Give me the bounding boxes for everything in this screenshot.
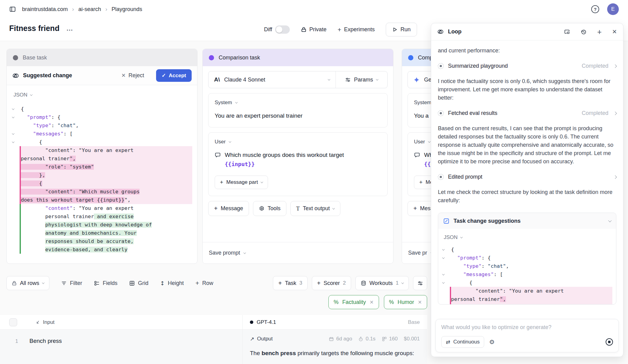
tool-call-label: Fetched eval results [448, 110, 497, 116]
user-role-select[interactable]: User [215, 139, 381, 145]
tool-call-label: Summarized playground [448, 63, 508, 69]
continuous-mode-button[interactable]: ⇄ Continuous [441, 336, 484, 348]
task-dot-gray [13, 55, 18, 60]
row-cost: $0.001 [404, 336, 420, 342]
add-scorer-button[interactable]: +Scorer2 [312, 276, 351, 290]
tool-call-row[interactable]: Fetched eval resultsCompleted [438, 110, 616, 116]
json-editor[interactable]: JSON { "prompt": { "type": "chat", "mess… [7, 85, 197, 254]
code-line: responses should be accurate, [10, 237, 192, 245]
code-line: "content": "You are an expert [10, 146, 192, 154]
chevron-down-icon [428, 140, 431, 142]
save-prompt-button[interactable]: Save prompt [203, 242, 393, 264]
task-dot-blue [408, 55, 413, 60]
filter-button[interactable]: Filter [61, 280, 82, 286]
remove-scorer-icon[interactable]: ✕ [418, 299, 422, 305]
cycle-icon: ⇄ [446, 339, 450, 345]
code-line: "messages": [ [440, 270, 612, 279]
stop-button[interactable] [606, 338, 613, 346]
diff-added-bar [20, 221, 21, 229]
grid-view-button[interactable]: Grid [129, 280, 148, 286]
add-message-button[interactable]: +Message [208, 201, 249, 216]
breadcrumb-item[interactable]: braintrustdata.com [22, 6, 68, 13]
experiments-button[interactable]: + Experiments [338, 26, 375, 33]
params-button[interactable]: Params [336, 71, 387, 88]
text-output-icon: T [296, 205, 300, 212]
plus-icon: + [195, 279, 199, 287]
history-icon[interactable] [580, 29, 587, 35]
select-all-checkbox[interactable] [9, 318, 17, 326]
page-title: Fitness friend [9, 24, 59, 33]
all-rows-filter[interactable]: All rows [6, 276, 49, 290]
add-task-button[interactable]: +Task3 [273, 276, 307, 290]
fold-chevron-icon[interactable] [12, 116, 14, 118]
tools-button[interactable]: Tools [253, 201, 286, 216]
new-chat-icon[interactable]: + [597, 29, 602, 35]
chevron-down-icon [401, 281, 404, 284]
fold-chevron-icon[interactable] [442, 273, 445, 275]
edit-task-icon [443, 218, 450, 224]
remove-scorer-icon[interactable]: ✕ [370, 299, 373, 305]
diff-switch[interactable] [275, 25, 290, 34]
message-part-button[interactable]: +Message part [215, 176, 268, 189]
breadcrumb-item[interactable]: ai-search [78, 6, 101, 13]
language-select[interactable]: JSON [440, 233, 612, 241]
scorer-pill[interactable]: %Factuality✕ [328, 295, 379, 309]
model-column-header[interactable]: GPT-4.1 [250, 319, 276, 325]
gear-icon[interactable]: ⚙ [489, 338, 495, 346]
language-select[interactable]: JSON [10, 90, 192, 98]
help-icon[interactable]: ? [591, 5, 599, 13]
plus-icon: + [338, 26, 341, 33]
diff-added-bar [20, 212, 21, 221]
avatar[interactable]: E [607, 3, 619, 15]
message-bubble-icon [414, 152, 420, 158]
close-icon[interactable]: ✕ [612, 28, 617, 35]
title-menu-icon[interactable]: … [66, 25, 74, 32]
tool-call-row[interactable]: Edited prompt [438, 174, 616, 180]
lock-icon [301, 27, 307, 32]
chevron-down-icon [460, 236, 463, 238]
user-message-text[interactable]: Which muscle groups does this workout ta… [225, 150, 344, 169]
accept-button[interactable]: ✓Accept [156, 69, 192, 82]
model-select[interactable]: A\ Claude 4 Sonnet [209, 71, 336, 88]
scorer-pill[interactable]: %Humor✕ [384, 295, 427, 309]
sidebar-toggle-icon[interactable] [9, 6, 16, 13]
row-height-button[interactable]: ↕ Height [160, 280, 184, 286]
fields-button[interactable]: Fields [94, 280, 117, 286]
fold-chevron-icon[interactable] [442, 248, 445, 250]
task-change-suggestions-card[interactable]: Task change suggestions JSON { "prompt":… [438, 213, 616, 305]
anthropic-logo-icon: A\ [214, 76, 220, 83]
dataset-select[interactable]: Workouts 1 [355, 276, 409, 290]
output-link[interactable]: ↗ Output [250, 336, 273, 342]
tool-call-row[interactable]: Summarized playgroundCompleted [438, 63, 616, 69]
loop-input[interactable] [441, 324, 613, 331]
table-row[interactable]: 1 Bench press ↗ Output 6d ago [0, 330, 427, 364]
loop-logo-icon [437, 28, 444, 35]
fold-chevron-icon[interactable] [442, 256, 445, 259]
percent-icon: % [389, 299, 394, 305]
suggestions-card-header[interactable]: Task change suggestions [438, 213, 616, 229]
breadcrumb-item[interactable]: Playgrounds [112, 6, 142, 13]
fold-chevron-icon[interactable] [12, 132, 14, 135]
user-message-card[interactable]: User Which muscle groups does this worko… [208, 132, 388, 196]
code-line: "content": "You are an expert [440, 287, 612, 295]
input-column-header[interactable]: Input [36, 319, 55, 325]
fold-chevron-icon[interactable] [12, 140, 14, 143]
column-settings-button[interactable] [413, 276, 427, 290]
fold-chevron-icon[interactable] [12, 107, 14, 110]
template-variable: {{input}} [225, 161, 255, 167]
system-message-card[interactable]: System You are an expert personal traine… [208, 93, 388, 127]
run-button[interactable]: Run [386, 23, 417, 36]
suggestions-code-block[interactable]: { "prompt": { "type": "chat", "messages"… [440, 245, 612, 305]
private-button[interactable]: Private [301, 26, 327, 33]
pop-out-icon[interactable] [564, 29, 570, 35]
base-code-block[interactable]: { "prompt": { "type": "chat", "messages"… [10, 105, 192, 254]
tool-step-icon [438, 110, 444, 116]
system-message-text[interactable]: You are an expert personal trainer [215, 111, 381, 120]
reject-button[interactable]: ✕Reject [121, 72, 144, 79]
code-line: physiologist with deep knowledge of [10, 221, 192, 229]
diff-toggle[interactable]: Diff [264, 25, 290, 34]
system-role-select[interactable]: System [215, 100, 381, 106]
text-output-button[interactable]: T Text output [290, 201, 341, 216]
add-row-button[interactable]: + Row [195, 279, 213, 287]
fold-chevron-icon[interactable] [442, 281, 445, 283]
